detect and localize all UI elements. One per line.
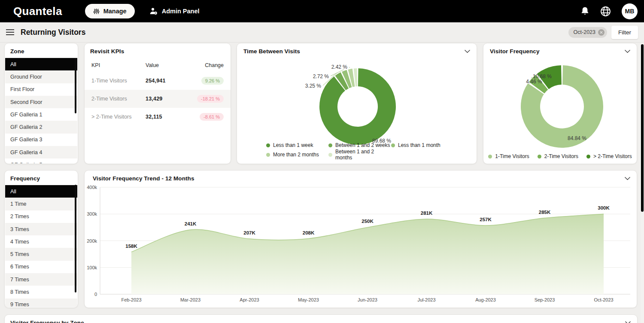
zone-list-scrollbar[interactable] — [75, 58, 76, 113]
x-axis-tick-label: Aug-2023 — [475, 297, 496, 302]
legend-item-2-time-visitors[interactable]: > 2-Time Visitors — [586, 153, 632, 159]
bell-icon[interactable] — [580, 6, 589, 16]
kpi-label: 1-Time Visitors — [91, 78, 146, 84]
list-item-all[interactable]: All — [5, 58, 77, 70]
legend-item-less-than-1-week[interactable]: Less than 1 week — [266, 142, 328, 148]
legend-item-2-time-visitors[interactable]: 2-Time Visitors — [538, 153, 578, 159]
zone-panel: Zone AllGround FloorFirst FloorSecond Fl… — [4, 43, 78, 164]
legend-label: > 2-Time Visitors — [593, 153, 632, 159]
list-item-5-times[interactable]: 5 Times — [5, 248, 77, 260]
chevron-down-icon[interactable] — [624, 320, 632, 323]
date-filter-chip[interactable]: Oct-2023 — [568, 27, 607, 38]
list-item-8-times[interactable]: 8 Times — [5, 286, 77, 298]
page-scrollbar[interactable] — [641, 43, 644, 323]
hamburger-menu-icon[interactable] — [4, 27, 16, 37]
visitor-frequency-legend: 1-Time Visitors2-Time Visitors> 2-Time V… — [483, 153, 637, 159]
list-item-ground-floor[interactable]: Ground Floor — [5, 70, 77, 83]
visitor-frequency-trend-card: Visitor Frequency Trend - 12 Months 0100… — [84, 170, 637, 308]
top-right-actions: MB — [580, 3, 638, 19]
list-item-gf-galleria-3[interactable]: GF Galleria 3 — [5, 134, 77, 146]
kpi-row-2-time-visitors: > 2-Time Visitors32,115-8.61 % — [85, 108, 231, 126]
visitor-frequency-trend-title: Visitor Frequency Trend - 12 Months — [87, 171, 200, 185]
revisit-kpis-title: Revisit KPIs — [85, 43, 231, 58]
list-item-4-times[interactable]: 4 Times — [5, 235, 77, 248]
visitor-frequency-by-zone-card: Visitor Frequency by Zone — [4, 314, 638, 323]
label-leader-line — [349, 67, 350, 68]
list-item-gf-galleria-4[interactable]: GF Galleria 4 — [5, 146, 77, 158]
kpi-value: 32,115 — [146, 114, 187, 120]
trend-area — [131, 214, 604, 294]
time-between-visits-card: Time Between Visits 89.68 %3.25 %2.72 %2… — [237, 43, 477, 164]
sliders-icon — [93, 8, 100, 15]
y-axis-tick-label: 0 — [94, 292, 97, 297]
visitor-frequency-card: Visitor Frequency 84.84 %4.46 %10.68 % 1… — [483, 43, 637, 164]
list-item-2-times[interactable]: 2 Times — [5, 210, 77, 223]
legend-label: Less than 1 week — [273, 142, 313, 148]
time-between-visits-legend: Less than 1 weekBetween 1 and 2 weeksLes… — [266, 142, 440, 161]
frequency-list: All1 Time2 Times3 Times4 Times5 Times6 T… — [5, 185, 77, 307]
list-item-gf-galleria-2[interactable]: GF Galleria 2 — [5, 121, 77, 133]
legend-label: 1-Time Visitors — [495, 153, 529, 159]
legend-label: Between 1 and 2 weeks — [335, 142, 390, 148]
legend-dot — [488, 155, 492, 158]
list-item-3-times[interactable]: 3 Times — [5, 223, 77, 235]
legend-item-between-1-and-2-weeks[interactable]: Between 1 and 2 weeks — [328, 142, 391, 148]
list-item-all[interactable]: All — [5, 185, 77, 198]
legend-dot — [328, 153, 332, 157]
list-item-6-times[interactable]: 6 Times — [5, 261, 77, 273]
x-axis-tick-label: Jul-2023 — [417, 297, 435, 302]
y-axis-tick-label: 200k — [87, 238, 97, 244]
list-item-9-times[interactable]: 9 Times — [5, 299, 77, 307]
data-point-label: 300K — [598, 205, 610, 210]
manage-label: Manage — [103, 8, 127, 15]
y-axis-tick-label: 400k — [87, 185, 97, 190]
list-item-first-floor[interactable]: First Floor — [5, 83, 77, 96]
manage-button[interactable]: Manage — [85, 4, 135, 18]
data-point-label: 208K — [303, 230, 315, 235]
legend-label: Between 1 and 2 months — [335, 149, 391, 161]
chevron-down-icon[interactable] — [463, 49, 471, 54]
legend-item-between-1-and-2-months[interactable]: Between 1 and 2 months — [328, 149, 391, 161]
globe-icon[interactable] — [600, 6, 611, 17]
legend-item-less-than-1-month[interactable]: Less than 1 month — [391, 142, 440, 148]
legend-label: Less than 1 month — [398, 142, 440, 148]
filter-button[interactable]: Filter — [611, 26, 638, 39]
legend-item-more-than-2-months[interactable]: More than 2 months — [266, 149, 328, 161]
data-point-label: 207K — [243, 230, 255, 235]
visitor-frequency-title: Visitor Frequency — [484, 43, 545, 58]
top-nav-bar: Quantela Manage — [0, 0, 644, 22]
returning-visitors-dashboard: Quantela Manage — [0, 0, 644, 323]
avatar[interactable]: MB — [622, 3, 638, 19]
visitor-frequency-by-zone-title: Visitor Frequency by Zone — [5, 315, 637, 323]
user-admin-icon — [149, 7, 158, 15]
data-point-label: 158K — [125, 244, 137, 249]
visitor-frequency-trend-chart: 0100k200k300k400k158KFeb-2023241KMar-202… — [85, 171, 637, 308]
value-column-header: Value — [146, 62, 187, 68]
close-icon[interactable] — [598, 29, 605, 36]
y-axis-tick-label: 300k — [87, 211, 97, 216]
x-axis-tick-label: Feb-2023 — [121, 297, 141, 302]
x-axis-tick-label: Jun-2023 — [358, 297, 377, 302]
list-item-gf-galleria-1[interactable]: GF Galleria 1 — [5, 108, 77, 121]
chevron-down-icon[interactable] — [623, 176, 632, 181]
y-axis-tick-label: 100k — [87, 265, 97, 270]
legend-item-1-time-visitors[interactable]: 1-Time Visitors — [488, 153, 529, 159]
list-item-second-floor[interactable]: Second Floor — [5, 96, 77, 108]
frequency-panel: Frequency All1 Time2 Times3 Times4 Times… — [4, 170, 78, 308]
slice-percentage-label: 2.42 % — [331, 64, 348, 70]
legend-dot — [538, 155, 541, 158]
zone-panel-title: Zone — [5, 43, 78, 58]
revisit-kpis-card: Revisit KPIs KPI Value Change 1-Time Vis… — [84, 43, 231, 164]
page-scrollbar-thumb[interactable] — [641, 44, 644, 212]
slice-percentage-label: 2.72 % — [313, 73, 329, 79]
x-axis-tick-label: Mar-2023 — [180, 297, 200, 302]
kpi-label: > 2-Time Visitors — [91, 114, 146, 120]
list-item-7-times[interactable]: 7 Times — [5, 273, 77, 286]
list-item-1-time[interactable]: 1 Time — [5, 198, 77, 210]
page-toolbar: Returning Visitors Oct-2023 Filter — [0, 22, 644, 43]
frequency-list-scrollbar[interactable] — [75, 185, 76, 293]
donut-slice-less-than-1-week[interactable] — [319, 68, 396, 145]
chevron-down-icon[interactable] — [623, 49, 632, 54]
list-item-gf-galleria-5[interactable]: GF Galleria 5 — [5, 158, 77, 163]
admin-panel-button[interactable]: Admin Panel — [147, 7, 202, 15]
